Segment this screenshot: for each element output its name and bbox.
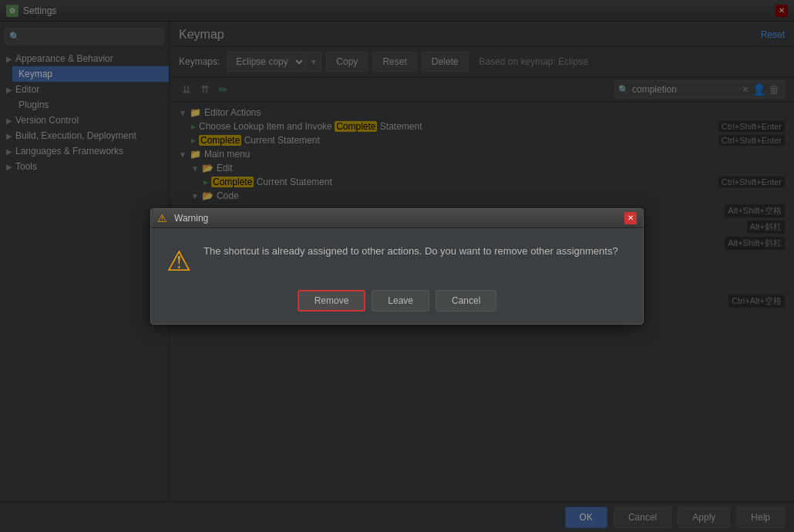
modal-warning-icon: ⚠: [157, 212, 170, 224]
modal-overlay: ⚠ Warning ✕ ⚠ The shortcut is already as…: [0, 0, 794, 532]
warning-dialog: ⚠ Warning ✕ ⚠ The shortcut is already as…: [150, 208, 644, 325]
modal-leave-button[interactable]: Leave: [372, 290, 429, 311]
modal-title-bar: ⚠ Warning ✕: [151, 209, 643, 228]
modal-close-button[interactable]: ✕: [624, 212, 637, 224]
modal-buttons: Remove Leave Cancel: [151, 290, 643, 324]
modal-warning-triangle: ⚠: [167, 245, 191, 278]
modal-remove-button[interactable]: Remove: [298, 290, 366, 311]
modal-body: ⚠ The shortcut is already assigned to ot…: [151, 228, 643, 290]
modal-cancel-button[interactable]: Cancel: [436, 290, 496, 311]
modal-title-text: Warning: [174, 213, 624, 224]
modal-message-text: The shortcut is already assigned to othe…: [204, 244, 627, 259]
